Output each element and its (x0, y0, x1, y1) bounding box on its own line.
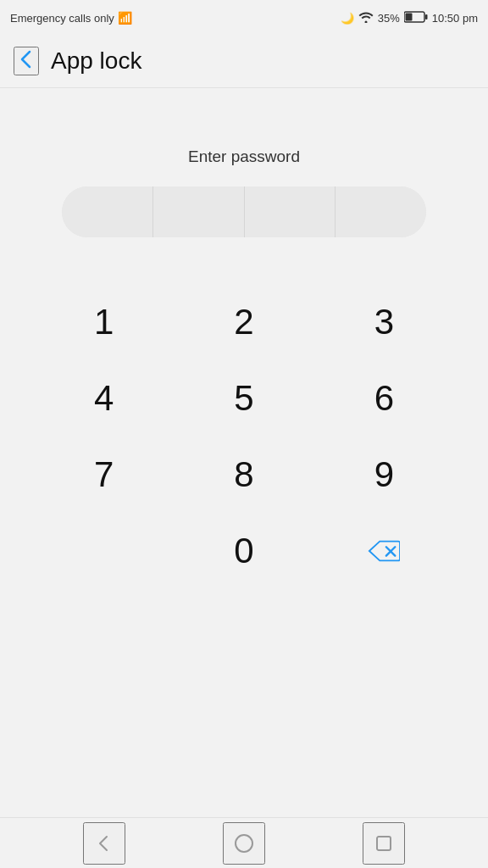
time-text: 10:50 pm (432, 12, 478, 25)
dot-4 (336, 186, 426, 237)
back-nav-button[interactable] (83, 822, 125, 865)
signal-icon: 📶 (118, 11, 132, 25)
dot-2 (153, 186, 245, 237)
battery-icon (404, 11, 428, 25)
key-5[interactable]: 5 (189, 364, 299, 432)
key-4[interactable]: 4 (49, 364, 159, 432)
numpad: 1 2 3 4 5 6 7 8 9 0 (0, 288, 488, 585)
wifi-icon (358, 11, 374, 25)
key-7[interactable]: 7 (49, 441, 159, 509)
backspace-button[interactable] (329, 517, 439, 585)
numpad-row-1: 1 2 3 (34, 288, 454, 356)
dot-1 (62, 186, 153, 237)
home-nav-button[interactable] (223, 822, 265, 865)
dot-3 (245, 186, 336, 237)
password-label: Enter password (188, 147, 300, 166)
recent-nav-button[interactable] (363, 822, 405, 865)
svg-point-5 (236, 835, 252, 852)
password-section: Enter password (62, 147, 426, 237)
bottom-nav (0, 817, 488, 868)
app-header: App lock (0, 34, 488, 88)
key-8[interactable]: 8 (189, 441, 299, 509)
main-content: Enter password 1 2 3 4 5 6 7 8 9 0 (0, 88, 488, 817)
key-2[interactable]: 2 (189, 288, 299, 356)
numpad-row-3: 7 8 9 (34, 441, 454, 509)
key-3[interactable]: 3 (329, 288, 439, 356)
battery-text: 35% (378, 12, 400, 25)
status-bar: Emergency calls only 📶 🌙 35% 10:50 pm (0, 0, 488, 34)
key-empty (49, 517, 159, 585)
emergency-text: Emergency calls only (10, 12, 114, 25)
backspace-icon (368, 539, 400, 563)
page-title: App lock (51, 47, 141, 75)
numpad-row-4: 0 (34, 517, 454, 585)
svg-rect-2 (405, 13, 412, 20)
key-0[interactable]: 0 (189, 517, 299, 585)
moon-icon: 🌙 (341, 12, 354, 25)
back-button[interactable] (14, 47, 39, 75)
numpad-row-2: 4 5 6 (34, 364, 454, 432)
svg-rect-6 (377, 837, 391, 850)
svg-rect-1 (425, 14, 428, 19)
key-6[interactable]: 6 (329, 364, 439, 432)
key-9[interactable]: 9 (329, 441, 439, 509)
key-1[interactable]: 1 (49, 288, 159, 356)
status-left: Emergency calls only 📶 (10, 11, 132, 25)
password-dots (62, 186, 426, 237)
status-right: 🌙 35% 10:50 pm (341, 11, 478, 25)
